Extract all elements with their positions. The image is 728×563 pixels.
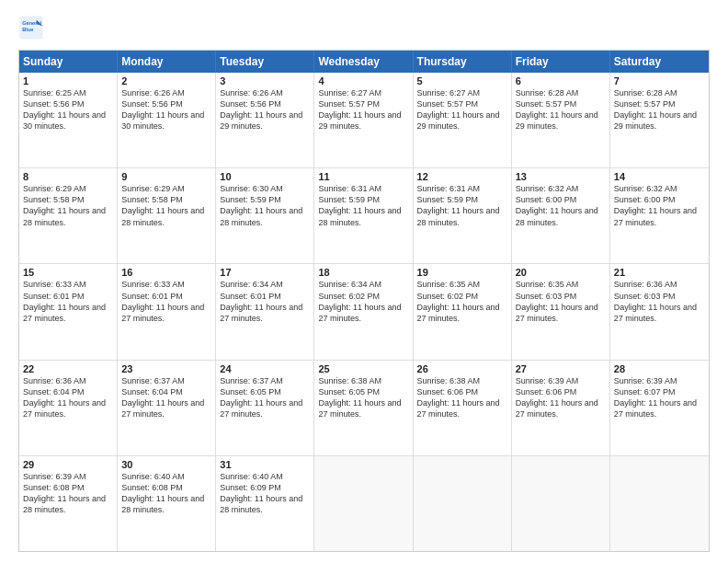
calendar-header: SundayMondayTuesdayWednesdayThursdayFrid… [19, 51, 709, 73]
svg-text:Blue: Blue [22, 27, 33, 32]
day-number: 16 [121, 267, 211, 278]
cal-cell: 4Sunrise: 6:27 AMSunset: 5:57 PMDaylight… [314, 73, 413, 167]
day-number: 17 [220, 267, 310, 278]
cell-text: Sunrise: 6:32 AMSunset: 6:00 PMDaylight:… [614, 183, 705, 228]
cell-text: Sunrise: 6:37 AMSunset: 6:04 PMDaylight:… [121, 375, 211, 420]
day-number: 20 [516, 267, 606, 278]
day-number: 11 [318, 171, 408, 182]
cal-cell: 31Sunrise: 6:40 AMSunset: 6:09 PMDayligh… [216, 456, 314, 551]
cell-text: Sunrise: 6:35 AMSunset: 6:02 PMDaylight:… [417, 279, 507, 324]
day-number: 1 [23, 75, 113, 86]
day-number: 25 [318, 363, 408, 374]
cal-cell: 13Sunrise: 6:32 AMSunset: 6:00 PMDayligh… [512, 168, 610, 263]
cell-text: Sunrise: 6:30 AMSunset: 5:59 PMDaylight:… [220, 183, 310, 228]
day-number: 14 [614, 171, 705, 182]
cell-text: Sunrise: 6:38 AMSunset: 6:06 PMDaylight:… [417, 375, 507, 420]
cal-cell: 7Sunrise: 6:28 AMSunset: 5:57 PMDaylight… [610, 73, 709, 167]
cell-text: Sunrise: 6:40 AMSunset: 6:09 PMDaylight:… [220, 471, 310, 516]
cell-text: Sunrise: 6:26 AMSunset: 5:56 PMDaylight:… [220, 87, 310, 132]
cell-text: Sunrise: 6:36 AMSunset: 6:03 PMDaylight:… [614, 279, 705, 324]
cal-cell: 8Sunrise: 6:29 AMSunset: 5:58 PMDaylight… [19, 168, 118, 263]
cal-cell: 23Sunrise: 6:37 AMSunset: 6:04 PMDayligh… [118, 361, 216, 455]
header-day-saturday: Saturday [610, 51, 709, 73]
cal-row-4: 29Sunrise: 6:39 AMSunset: 6:08 PMDayligh… [19, 455, 709, 551]
header-day-tuesday: Tuesday [216, 51, 314, 73]
day-number: 4 [318, 75, 408, 86]
header-day-thursday: Thursday [414, 51, 512, 73]
cell-text: Sunrise: 6:31 AMSunset: 5:59 PMDaylight:… [417, 183, 507, 228]
cal-row-3: 22Sunrise: 6:36 AMSunset: 6:04 PMDayligh… [19, 360, 709, 455]
cal-cell: 2Sunrise: 6:26 AMSunset: 5:56 PMDaylight… [118, 73, 216, 167]
cal-cell [610, 456, 709, 551]
cell-text: Sunrise: 6:29 AMSunset: 5:58 PMDaylight:… [23, 183, 113, 228]
cell-text: Sunrise: 6:36 AMSunset: 6:04 PMDaylight:… [23, 375, 113, 420]
day-number: 31 [220, 459, 310, 470]
cal-cell: 30Sunrise: 6:40 AMSunset: 6:08 PMDayligh… [118, 456, 216, 551]
header-day-friday: Friday [512, 51, 610, 73]
day-number: 5 [417, 75, 507, 86]
cell-text: Sunrise: 6:34 AMSunset: 6:02 PMDaylight:… [318, 279, 408, 324]
day-number: 8 [23, 171, 113, 182]
cell-text: Sunrise: 6:27 AMSunset: 5:57 PMDaylight:… [417, 87, 507, 132]
day-number: 22 [23, 363, 113, 374]
day-number: 6 [516, 75, 606, 86]
cal-cell [314, 456, 413, 551]
cell-text: Sunrise: 6:28 AMSunset: 5:57 PMDaylight:… [614, 87, 705, 132]
cell-text: Sunrise: 6:32 AMSunset: 6:00 PMDaylight:… [516, 183, 606, 228]
day-number: 28 [614, 363, 705, 374]
logo-icon: General Blue [18, 15, 44, 40]
day-number: 21 [614, 267, 705, 278]
day-number: 13 [516, 171, 606, 182]
cal-cell: 20Sunrise: 6:35 AMSunset: 6:03 PMDayligh… [512, 264, 610, 359]
day-number: 23 [121, 363, 211, 374]
cal-cell: 21Sunrise: 6:36 AMSunset: 6:03 PMDayligh… [610, 264, 709, 359]
cal-cell: 27Sunrise: 6:39 AMSunset: 6:06 PMDayligh… [512, 361, 610, 455]
cell-text: Sunrise: 6:27 AMSunset: 5:57 PMDaylight:… [318, 87, 408, 132]
cal-cell: 29Sunrise: 6:39 AMSunset: 6:08 PMDayligh… [19, 456, 118, 551]
cell-text: Sunrise: 6:28 AMSunset: 5:57 PMDaylight:… [516, 87, 606, 132]
day-number: 30 [121, 459, 211, 470]
cell-text: Sunrise: 6:26 AMSunset: 5:56 PMDaylight:… [121, 87, 211, 132]
cal-row-2: 15Sunrise: 6:33 AMSunset: 6:01 PMDayligh… [19, 263, 709, 359]
day-number: 24 [220, 363, 310, 374]
page: General Blue SundayMondayTuesdayWednesda… [0, 0, 728, 563]
day-number: 29 [23, 459, 113, 470]
cal-cell: 6Sunrise: 6:28 AMSunset: 5:57 PMDaylight… [512, 73, 610, 167]
cell-text: Sunrise: 6:37 AMSunset: 6:05 PMDaylight:… [220, 375, 310, 420]
day-number: 19 [417, 267, 507, 278]
cell-text: Sunrise: 6:38 AMSunset: 6:05 PMDaylight:… [318, 375, 408, 420]
cell-text: Sunrise: 6:40 AMSunset: 6:08 PMDaylight:… [121, 471, 211, 516]
cal-cell: 9Sunrise: 6:29 AMSunset: 5:58 PMDaylight… [118, 168, 216, 263]
day-number: 12 [417, 171, 507, 182]
cal-cell: 24Sunrise: 6:37 AMSunset: 6:05 PMDayligh… [216, 361, 314, 455]
day-number: 18 [318, 267, 408, 278]
cell-text: Sunrise: 6:33 AMSunset: 6:01 PMDaylight:… [121, 279, 211, 324]
cal-cell: 16Sunrise: 6:33 AMSunset: 6:01 PMDayligh… [118, 264, 216, 359]
calendar: SundayMondayTuesdayWednesdayThursdayFrid… [18, 50, 710, 552]
cal-cell [512, 456, 610, 551]
cal-cell: 17Sunrise: 6:34 AMSunset: 6:01 PMDayligh… [216, 264, 314, 359]
cal-cell: 22Sunrise: 6:36 AMSunset: 6:04 PMDayligh… [19, 361, 118, 455]
cell-text: Sunrise: 6:39 AMSunset: 6:08 PMDaylight:… [23, 471, 113, 516]
cell-text: Sunrise: 6:35 AMSunset: 6:03 PMDaylight:… [516, 279, 606, 324]
cell-text: Sunrise: 6:31 AMSunset: 5:59 PMDaylight:… [318, 183, 408, 228]
day-number: 15 [23, 267, 113, 278]
header-day-monday: Monday [118, 51, 216, 73]
header: General Blue [18, 15, 710, 40]
cal-cell: 19Sunrise: 6:35 AMSunset: 6:02 PMDayligh… [414, 264, 512, 359]
cell-text: Sunrise: 6:25 AMSunset: 5:56 PMDaylight:… [23, 87, 113, 132]
day-number: 10 [220, 171, 310, 182]
cal-row-1: 8Sunrise: 6:29 AMSunset: 5:58 PMDaylight… [19, 167, 709, 263]
cell-text: Sunrise: 6:29 AMSunset: 5:58 PMDaylight:… [121, 183, 211, 228]
day-number: 2 [121, 75, 211, 86]
cal-row-0: 1Sunrise: 6:25 AMSunset: 5:56 PMDaylight… [19, 73, 709, 167]
header-day-sunday: Sunday [19, 51, 118, 73]
cell-text: Sunrise: 6:39 AMSunset: 6:07 PMDaylight:… [614, 375, 705, 420]
day-number: 9 [121, 171, 211, 182]
cal-cell [414, 456, 512, 551]
header-day-wednesday: Wednesday [314, 51, 413, 73]
cal-cell: 25Sunrise: 6:38 AMSunset: 6:05 PMDayligh… [314, 361, 413, 455]
cal-cell: 12Sunrise: 6:31 AMSunset: 5:59 PMDayligh… [414, 168, 512, 263]
cal-cell: 1Sunrise: 6:25 AMSunset: 5:56 PMDaylight… [19, 73, 118, 167]
cal-cell: 15Sunrise: 6:33 AMSunset: 6:01 PMDayligh… [19, 264, 118, 359]
